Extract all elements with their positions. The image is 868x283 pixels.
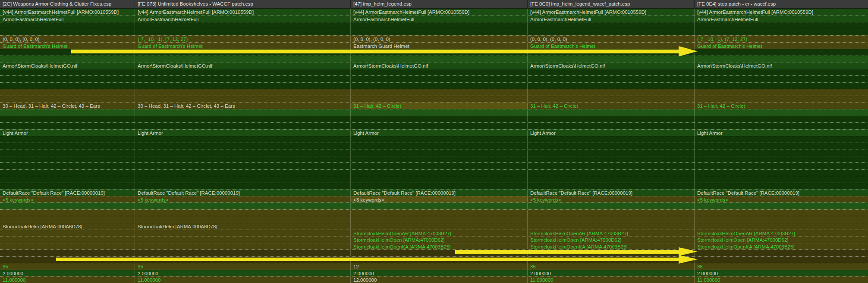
grid-cell[interactable] bbox=[0, 230, 135, 236]
grid-cell[interactable]: 2.000000 bbox=[528, 270, 695, 277]
grid-cell[interactable] bbox=[0, 236, 135, 243]
grid-cell[interactable]: StormcloakHelmOpen [ARMA:47000D62] bbox=[351, 236, 528, 243]
grid-cell[interactable] bbox=[695, 203, 868, 209]
grid-cell[interactable] bbox=[135, 56, 351, 62]
grid-cell[interactable]: 30 – Head, 31 – Hair, 42 – Circlet, 43 –… bbox=[135, 103, 351, 109]
grid-cell[interactable] bbox=[695, 96, 868, 103]
grid-cell[interactable] bbox=[695, 176, 868, 183]
grid-cell[interactable] bbox=[0, 83, 135, 89]
grid-cell[interactable] bbox=[528, 22, 695, 29]
grid-cell[interactable] bbox=[135, 76, 351, 82]
grid-cell[interactable]: Light Armor bbox=[135, 130, 351, 136]
grid-cell[interactable] bbox=[351, 176, 528, 183]
grid-cell[interactable]: Guard of Eastmarch's Helmet bbox=[695, 43, 868, 49]
grid-cell[interactable] bbox=[135, 149, 351, 156]
grid-cell[interactable] bbox=[528, 89, 695, 96]
grid-cell[interactable] bbox=[135, 69, 351, 76]
grid-cell[interactable]: StormcloakHelmOpen [ARMA:47000D62] bbox=[528, 236, 695, 243]
grid-cell[interactable]: 35 bbox=[528, 263, 695, 270]
grid-cell[interactable] bbox=[528, 170, 695, 176]
grid-cell[interactable] bbox=[135, 170, 351, 176]
grid-cell[interactable] bbox=[695, 29, 868, 36]
grid-cell[interactable]: 2.000000 bbox=[351, 270, 528, 277]
grid-cell[interactable] bbox=[695, 116, 868, 123]
grid-cell[interactable] bbox=[135, 29, 351, 36]
grid-cell[interactable] bbox=[695, 76, 868, 82]
grid-cell[interactable] bbox=[351, 123, 528, 129]
grid-cell[interactable] bbox=[135, 143, 351, 149]
grid-cell[interactable]: Armor\StormCloaks\HelmetGO.nif bbox=[351, 62, 528, 69]
grid-cell[interactable] bbox=[528, 69, 695, 76]
grid-cell[interactable] bbox=[695, 136, 868, 143]
grid-cell[interactable]: <5 keywords> bbox=[0, 196, 135, 203]
grid-cell[interactable]: (0, 0, 0), (0, 0, 0) bbox=[528, 36, 695, 42]
grid-cell[interactable] bbox=[695, 109, 868, 116]
grid-cell[interactable]: StormcloakHelmOpen [ARMA:47000D62] bbox=[695, 236, 868, 243]
grid-cell[interactable]: StormcloakHelmOpenAR [ARMA:47003B27] bbox=[528, 230, 695, 236]
grid-cell[interactable]: DefaultRace "Default Race" [RACE:0000001… bbox=[0, 190, 135, 196]
grid-cell[interactable] bbox=[695, 22, 868, 29]
grid-cell[interactable] bbox=[351, 216, 528, 223]
grid-cell[interactable]: 11.000000 bbox=[0, 277, 135, 283]
grid-cell[interactable] bbox=[351, 203, 528, 209]
grid-cell[interactable]: <5 keywords> bbox=[528, 196, 695, 203]
grid-cell[interactable]: StormcloakHelmOpenAR [ARMA:47003B27] bbox=[351, 230, 528, 236]
grid-cell[interactable]: [v44] ArmorEastmarchHelmetFull [ARMO:001… bbox=[695, 9, 868, 16]
grid-cell[interactable] bbox=[351, 170, 528, 176]
plugin-column-header[interactable]: [FE 0C0] imp_helm_legend_waccf_patch.esp bbox=[528, 0, 695, 8]
grid-cell[interactable] bbox=[528, 149, 695, 156]
grid-cell[interactable] bbox=[135, 22, 351, 29]
grid-cell[interactable] bbox=[351, 22, 528, 29]
grid-cell[interactable] bbox=[135, 216, 351, 223]
grid-cell[interactable] bbox=[351, 136, 528, 143]
grid-cell[interactable]: Light Armor bbox=[351, 130, 528, 136]
grid-cell[interactable] bbox=[135, 183, 351, 190]
grid-cell[interactable] bbox=[135, 243, 351, 250]
grid-cell[interactable]: Armor\StormCloaks\HelmetGO.nif bbox=[0, 62, 135, 69]
grid-cell[interactable] bbox=[528, 116, 695, 123]
grid-cell[interactable]: 11.000000 bbox=[135, 277, 351, 283]
grid-cell[interactable] bbox=[351, 163, 528, 169]
grid-cell[interactable]: ArmorEastmarchHelmetFull bbox=[135, 16, 351, 22]
grid-cell[interactable]: Guard of Eastmarch's Helmet bbox=[0, 43, 135, 49]
grid-cell[interactable] bbox=[528, 203, 695, 209]
grid-cell[interactable]: Armor\StormCloaks\HelmetGO.nif bbox=[528, 62, 695, 69]
grid-cell[interactable] bbox=[0, 250, 135, 256]
grid-cell[interactable] bbox=[528, 123, 695, 129]
grid-cell[interactable]: DefaultRace "Default Race" [RACE:0000001… bbox=[695, 190, 868, 196]
grid-cell[interactable] bbox=[351, 156, 528, 163]
grid-cell[interactable] bbox=[0, 216, 135, 223]
grid-cell[interactable] bbox=[351, 89, 528, 96]
grid-cell[interactable] bbox=[0, 76, 135, 82]
grid-cell[interactable]: (-7, -10, -1), (7, 12, 27) bbox=[695, 36, 868, 42]
grid-cell[interactable] bbox=[695, 69, 868, 76]
grid-cell[interactable]: 30 – Head, 31 – Hair, 42 – Circlet, 43 –… bbox=[0, 103, 135, 109]
grid-cell[interactable]: Armor\StormCloaks\HelmetGO.nif bbox=[695, 62, 868, 69]
grid-cell[interactable] bbox=[351, 210, 528, 216]
grid-cell[interactable] bbox=[528, 223, 695, 230]
grid-cell[interactable]: 2.000000 bbox=[695, 270, 868, 277]
grid-cell[interactable] bbox=[0, 176, 135, 183]
grid-cell[interactable] bbox=[0, 96, 135, 103]
grid-cell[interactable]: Armor\StormCloaks\HelmetGO.nif bbox=[135, 62, 351, 69]
grid-cell[interactable] bbox=[0, 22, 135, 29]
grid-cell[interactable] bbox=[0, 136, 135, 143]
grid-cell[interactable] bbox=[528, 76, 695, 82]
grid-cell[interactable] bbox=[0, 116, 135, 123]
grid-cell[interactable] bbox=[528, 143, 695, 149]
grid-cell[interactable] bbox=[528, 96, 695, 103]
grid-cell[interactable] bbox=[0, 123, 135, 129]
grid-cell[interactable] bbox=[0, 163, 135, 169]
grid-cell[interactable] bbox=[135, 109, 351, 116]
grid-cell[interactable] bbox=[0, 156, 135, 163]
grid-cell[interactable]: ArmorEastmarchHelmetFull bbox=[0, 16, 135, 22]
grid-cell[interactable] bbox=[351, 109, 528, 116]
grid-cell[interactable] bbox=[695, 56, 868, 62]
grid-cell[interactable] bbox=[351, 56, 528, 62]
grid-cell[interactable]: Guard of Eastmarch's Helmet bbox=[135, 43, 351, 49]
grid-cell[interactable] bbox=[0, 203, 135, 209]
grid-cell[interactable] bbox=[351, 69, 528, 76]
grid-cell[interactable] bbox=[351, 83, 528, 89]
grid-cell[interactable]: 2.000000 bbox=[135, 270, 351, 277]
grid-cell[interactable]: <3 keywords> bbox=[351, 196, 528, 203]
